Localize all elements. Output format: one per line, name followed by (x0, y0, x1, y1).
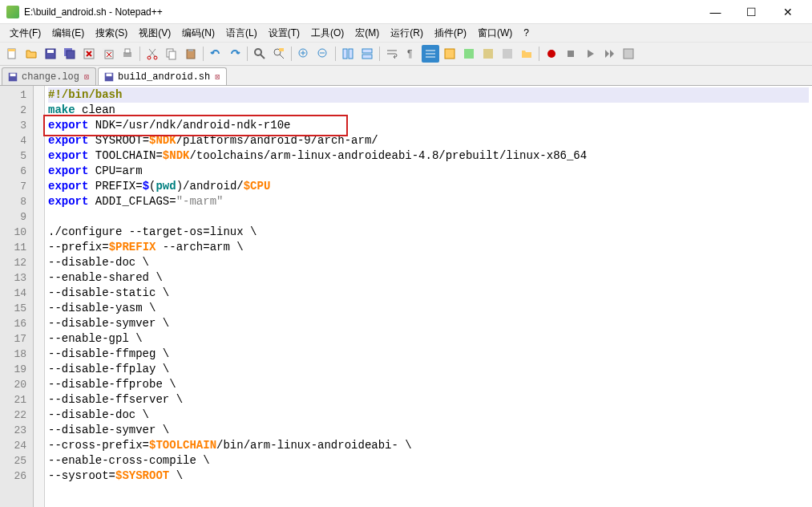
menu-view[interactable]: 视图(V) (134, 25, 176, 42)
print-icon[interactable] (119, 45, 136, 63)
minimize-button[interactable]: — (697, 1, 733, 23)
menu-language[interactable]: 语言(L) (221, 25, 262, 42)
code-line[interactable]: --enable-cross-compile \ (48, 453, 809, 468)
menu-settings[interactable]: 设置(T) (264, 25, 305, 42)
code-line[interactable]: --disable-ffmpeg \ (48, 347, 809, 362)
svg-rect-29 (483, 49, 493, 59)
code-line[interactable]: --disable-ffplay \ (48, 362, 809, 377)
open-file-icon[interactable] (22, 45, 40, 63)
svg-point-31 (547, 50, 555, 58)
doc-map-icon[interactable] (460, 45, 478, 63)
cut-icon[interactable] (143, 45, 161, 63)
user-lang-icon[interactable] (441, 45, 459, 63)
indent-guide-icon[interactable] (422, 45, 439, 63)
menu-edit[interactable]: 编辑(E) (47, 25, 89, 42)
menu-plugins[interactable]: 插件(P) (430, 25, 471, 42)
line-number: 5 (0, 148, 33, 164)
menu-help[interactable]: ? (519, 26, 534, 40)
code-line[interactable]: --disable-symver \ (48, 316, 809, 331)
show-all-chars-icon[interactable]: ¶ (402, 45, 420, 63)
tab-change-log[interactable]: change.log ⊠ (2, 67, 96, 85)
code-area[interactable]: #!/bin/bashmake cleanexport NDK=/usr/ndk… (45, 86, 812, 507)
find-icon[interactable] (251, 45, 269, 63)
sync-h-icon[interactable] (358, 45, 376, 63)
svg-text:¶: ¶ (407, 48, 412, 59)
menu-macro[interactable]: 宏(M) (350, 25, 384, 42)
undo-icon[interactable] (207, 45, 224, 63)
window-controls: — ☐ ✕ (697, 1, 806, 23)
code-line[interactable]: --sysroot=$SYSROOT \ (48, 468, 809, 484)
code-line[interactable]: --prefix=$PREFIX --arch=arm \ (48, 240, 809, 255)
code-line[interactable]: --disable-symver \ (48, 423, 809, 438)
code-line[interactable]: --disable-doc \ (48, 408, 809, 423)
replace-icon[interactable] (270, 45, 288, 63)
fold-margin[interactable] (34, 86, 45, 507)
line-number: 20 (0, 377, 33, 392)
svg-point-17 (255, 49, 261, 55)
close-file-icon[interactable] (80, 45, 98, 63)
menu-window[interactable]: 窗口(W) (473, 25, 517, 42)
code-line[interactable]: export PREFIX=$(pwd)/android/$CPU (48, 179, 809, 194)
macro-save-icon[interactable] (620, 45, 637, 63)
code-line[interactable]: --cross-prefix=$TOOLCHAIN/bin/arm-linux-… (48, 438, 809, 453)
code-line[interactable]: #!/bin/bash (48, 87, 809, 103)
code-line[interactable]: --disable-static \ (48, 286, 809, 301)
tab-close-icon[interactable]: ⊠ (213, 72, 221, 82)
doc-map2-icon[interactable] (479, 45, 497, 63)
code-line[interactable]: --enable-gpl \ (48, 331, 809, 347)
code-line[interactable]: --disable-ffserver \ (48, 392, 809, 408)
code-line[interactable]: --disable-yasm \ (48, 301, 809, 316)
macro-play-icon[interactable] (581, 45, 599, 63)
paste-icon[interactable] (182, 45, 200, 63)
line-number: 3 (0, 118, 33, 133)
line-number: 15 (0, 301, 33, 316)
svg-rect-27 (445, 49, 454, 59)
line-number: 10 (0, 225, 33, 240)
new-file-icon[interactable] (3, 45, 21, 63)
code-line[interactable]: export SYSROOT=$NDK/platforms/android-9/… (48, 133, 809, 148)
line-number: 25 (0, 453, 33, 468)
menu-tools[interactable]: 工具(O) (306, 25, 349, 42)
sync-v-icon[interactable] (339, 45, 357, 63)
zoom-in-icon[interactable] (295, 45, 313, 63)
close-button[interactable]: ✕ (770, 1, 806, 23)
maximize-button[interactable]: ☐ (733, 1, 770, 23)
line-number: 24 (0, 438, 33, 453)
tab-close-icon[interactable]: ⊠ (83, 72, 91, 82)
code-line[interactable]: --enable-shared \ (48, 270, 809, 286)
copy-icon[interactable] (163, 45, 180, 63)
macro-multi-icon[interactable] (600, 45, 618, 63)
menu-run[interactable]: 运行(R) (386, 25, 428, 42)
svg-rect-25 (362, 55, 372, 59)
app-icon (6, 6, 19, 18)
line-number: 12 (0, 255, 33, 270)
save-icon[interactable] (42, 45, 59, 63)
menu-search[interactable]: 搜索(S) (91, 25, 132, 42)
code-line[interactable] (48, 209, 809, 225)
code-line[interactable]: export CPU=arm (48, 164, 809, 179)
code-line[interactable]: export ADDI_CFLAGS="-marm" (48, 194, 809, 209)
svg-rect-30 (503, 49, 512, 59)
code-line[interactable]: export TOOLCHAIN=$NDK/toolchains/arm-lin… (48, 148, 809, 164)
code-line[interactable]: make clean (48, 103, 809, 118)
code-line[interactable]: ./configure --target-os=linux \ (48, 225, 809, 240)
folder-icon[interactable] (518, 45, 535, 63)
redo-icon[interactable] (226, 45, 244, 63)
code-line[interactable]: --disable-doc \ (48, 255, 809, 270)
wordwrap-icon[interactable] (383, 45, 401, 63)
zoom-out-icon[interactable] (314, 45, 332, 63)
macro-stop-icon[interactable] (562, 45, 580, 63)
svg-rect-1 (8, 49, 15, 51)
menu-encoding[interactable]: 编码(N) (177, 25, 220, 42)
code-line[interactable]: export NDK=/usr/ndk/android-ndk-r10e (48, 118, 809, 133)
svg-rect-37 (107, 73, 112, 76)
menu-file[interactable]: 文件(F) (5, 25, 46, 42)
svg-rect-24 (362, 49, 372, 53)
code-line[interactable]: --disable-ffprobe \ (48, 377, 809, 392)
close-all-icon[interactable] (99, 45, 117, 63)
func-list-icon[interactable] (499, 45, 516, 63)
save-all-icon[interactable] (61, 45, 79, 63)
line-number: 16 (0, 316, 33, 331)
macro-record-icon[interactable] (543, 45, 560, 63)
tab-build-android[interactable]: build_android.sh ⊠ (98, 67, 227, 85)
